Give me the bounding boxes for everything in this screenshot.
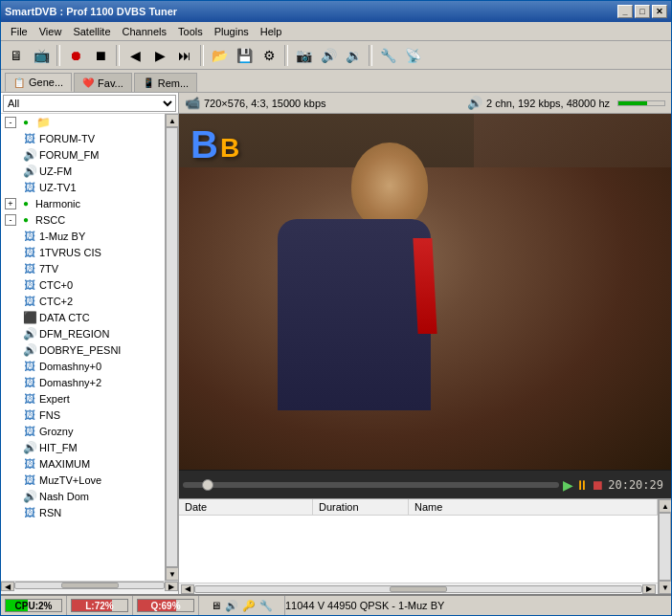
channel-label-1muz-by: 1-Muz BY <box>39 231 85 242</box>
channel-item-uz-tv1[interactable]: 🖼 UZ-TV1 <box>1 179 165 195</box>
cpu-label: CPU:2% <box>15 601 53 611</box>
pause-button[interactable]: ⏸ <box>575 477 589 493</box>
minimize-button[interactable]: _ <box>617 5 633 18</box>
channel-filter-bar: All TV Radio <box>1 93 178 114</box>
tree-hscroll-track[interactable] <box>14 582 165 589</box>
tree-scroll-up[interactable]: ▲ <box>166 114 178 127</box>
tree-root[interactable]: - ● 📁 <box>1 114 165 130</box>
channel-label-fns: FNS <box>39 409 60 421</box>
play-button[interactable]: ▶ <box>563 477 573 493</box>
menu-plugins[interactable]: Plugins <box>209 24 255 39</box>
channel-filter-select[interactable]: All TV Radio <box>3 95 176 112</box>
tb-vol-btn[interactable]: 🔊 <box>317 45 340 66</box>
tb-save-btn[interactable]: 💾 <box>233 45 256 66</box>
cpu-segment: CPU:2% <box>1 596 67 615</box>
channel-item-forum-tv[interactable]: 🖼 FORUM-TV <box>1 130 165 146</box>
tree-hscroll-left[interactable]: ◀ <box>1 582 14 591</box>
rec-hscroll-left[interactable]: ◀ <box>181 584 194 594</box>
tb-monitor-btn[interactable]: 🖥 <box>5 45 28 66</box>
menu-help[interactable]: Help <box>255 24 288 39</box>
video-area[interactable]: B B <box>179 114 671 470</box>
seek-bar[interactable] <box>183 482 559 488</box>
channel-item-uz-fm[interactable]: 🔊 UZ-FM <box>1 163 165 179</box>
tb-extra-btn[interactable]: 🔧 <box>376 45 399 66</box>
menu-view[interactable]: View <box>34 24 68 39</box>
channel-item-1muz-by[interactable]: 🖼 1-Muz BY <box>1 228 165 244</box>
channel-item-hit-fm[interactable]: 🔊 HIT_FM <box>1 439 165 455</box>
channel-item-dobrye[interactable]: 🔊 DOBRYE_PESNI <box>1 341 165 358</box>
channel-item-1tvrus[interactable]: 🖼 1TVRUS CIS <box>1 244 165 260</box>
channel-item-dom2[interactable]: 🖼 Domashny+2 <box>1 374 165 390</box>
stop-button[interactable]: ⏹ <box>591 477 604 493</box>
channel-item-expert[interactable]: 🖼 Expert <box>1 390 165 407</box>
channel-item-maximum[interactable]: 🖼 MAXIMUM <box>1 455 165 472</box>
channel-label-maximum: MAXIMUM <box>39 458 90 470</box>
tree-scroll-down[interactable]: ▼ <box>166 567 178 581</box>
tb-extra2-btn[interactable]: 📡 <box>401 45 424 66</box>
maximize-button[interactable]: □ <box>635 5 650 18</box>
rec-hscroll-thumb <box>390 586 447 592</box>
radio-icon-dobrye: 🔊 <box>22 342 37 358</box>
tree-harmonic[interactable]: + ● Harmonic <box>1 195 165 211</box>
channel-label-forum-tv: FORUM-TV <box>39 133 95 144</box>
menu-satellite[interactable]: Satellite <box>67 24 116 39</box>
channel-item-dom0[interactable]: 🖼 Domashny+0 <box>1 358 165 374</box>
channel-item-ctc0[interactable]: 🖼 CTC+0 <box>1 276 165 293</box>
tb-forward-btn[interactable]: ▶ <box>148 45 171 66</box>
recording-header: Date Duration Name <box>179 499 658 516</box>
tb-camera-btn[interactable]: 📷 <box>292 45 315 66</box>
close-button[interactable]: ✕ <box>652 5 667 18</box>
channel-item-nash-dom[interactable]: 🔊 Nash Dom <box>1 488 165 504</box>
tv-icon-grozny: 🖼 <box>22 424 37 439</box>
signal-info-segment: 11044 V 44950 QPSK - 1-Muz BY <box>285 600 671 611</box>
expand-harmonic[interactable]: + <box>5 198 16 209</box>
tv-icon-rsn: 🖼 <box>22 505 37 520</box>
rec-scroll-track[interactable] <box>659 513 671 581</box>
tb-tv-btn[interactable]: 📺 <box>30 45 53 66</box>
tb-back-btn[interactable]: ◀ <box>123 45 146 66</box>
expand-root[interactable]: - <box>5 117 16 128</box>
channel-item-ctc2[interactable]: 🖼 CTC+2 <box>1 293 165 309</box>
tb-vol2-btn[interactable]: 🔉 <box>342 45 365 66</box>
menu-tools[interactable]: Tools <box>172 24 209 39</box>
tb-record-btn[interactable]: ⏺ <box>64 45 87 66</box>
q-bar: Q:69% <box>137 599 194 612</box>
channel-label-nash-dom: Nash Dom <box>39 491 89 502</box>
channel-item-data-ctc[interactable]: ⬛ DATA CTC <box>1 309 165 325</box>
seek-thumb[interactable] <box>202 479 213 491</box>
channel-item-dfm[interactable]: 🔊 DFM_REGION <box>1 325 165 341</box>
tv-icon-7tv: 🖼 <box>22 261 37 276</box>
recording-list[interactable] <box>179 516 658 583</box>
tree-rscc[interactable]: - ● RSCC <box>1 211 165 228</box>
rec-scroll-up[interactable]: ▲ <box>659 499 671 513</box>
time-display: 20:20:29 <box>608 478 663 492</box>
rec-hscroll-track[interactable] <box>194 585 642 593</box>
channel-label-expert: Expert <box>39 393 70 405</box>
channel-label-uz-tv1: UZ-TV1 <box>39 182 77 193</box>
channel-item-7tv[interactable]: 🖼 7TV <box>1 260 165 276</box>
tb-sep-3 <box>200 45 204 66</box>
tab-remote[interactable]: 📱 Rem... <box>134 73 197 92</box>
channel-item-forum-fm[interactable]: 🔊 FORUM_FM <box>1 146 165 163</box>
rec-scroll-down[interactable]: ▼ <box>659 581 671 594</box>
channel-item-rsn[interactable]: 🖼 RSN <box>1 504 165 520</box>
window-title: SmartDVB : Prof 1100 DVBS Tuner <box>5 6 617 17</box>
tb-skip-btn[interactable]: ⏭ <box>173 45 196 66</box>
tab-general[interactable]: 📋 Gene... <box>5 73 72 92</box>
menu-channels[interactable]: Channels <box>117 24 172 39</box>
tb-stop-btn[interactable]: ⏹ <box>89 45 112 66</box>
channel-item-muztv[interactable]: 🖼 MuzTV+Love <box>1 472 165 488</box>
rec-hscroll-right[interactable]: ▶ <box>642 584 656 594</box>
tree-scroll-track[interactable] <box>166 127 178 567</box>
tb-open-btn[interactable]: 📂 <box>208 45 231 66</box>
channel-item-grozny[interactable]: 🖼 Grozny <box>1 423 165 439</box>
channel-label-dom2: Domashny+2 <box>39 377 101 388</box>
video-resolution: 720×576, 4:3, 15000 kbps <box>204 98 326 109</box>
menu-file[interactable]: File <box>5 24 34 39</box>
video-info-icon: 📹 <box>185 96 200 110</box>
channel-item-fns[interactable]: 🖼 FNS <box>1 407 165 423</box>
expand-rscc[interactable]: - <box>5 214 16 226</box>
tree-hscroll-right[interactable]: ▶ <box>165 582 178 591</box>
tab-favorites[interactable]: ❤️ Fav... <box>74 73 132 92</box>
tb-settings-btn[interactable]: ⚙ <box>258 45 280 66</box>
